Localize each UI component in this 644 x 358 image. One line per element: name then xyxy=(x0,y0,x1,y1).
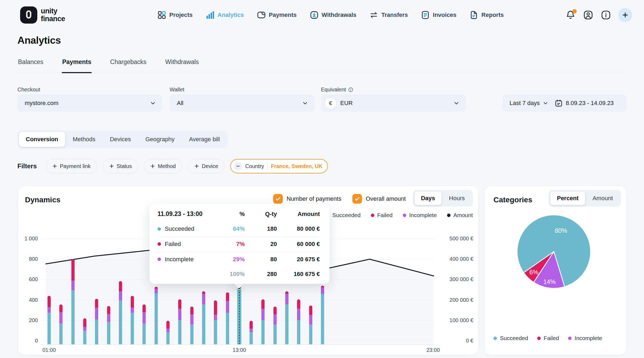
incomplete-segment xyxy=(71,281,75,290)
checkout-select[interactable]: mystore.com xyxy=(17,95,162,112)
bar[interactable] xyxy=(131,296,134,344)
incomplete-segment xyxy=(95,308,98,319)
unity-finance-logo[interactable] xyxy=(20,6,37,24)
bar[interactable] xyxy=(202,291,205,344)
bar[interactable] xyxy=(59,304,63,344)
incomplete-segment xyxy=(250,329,253,332)
tab-withdrawals[interactable]: Withdrawals xyxy=(165,57,199,73)
bar[interactable] xyxy=(261,299,265,344)
y-axis-right-tick: 0 € xyxy=(437,338,473,344)
bar[interactable] xyxy=(95,299,98,344)
bar[interactable] xyxy=(142,304,146,344)
help-button[interactable] xyxy=(601,10,611,20)
tooltip-row-failed: Failed7%2060 000 € xyxy=(158,236,320,252)
view-tab-average-bill[interactable]: Average bill xyxy=(182,132,227,147)
plus-icon xyxy=(621,11,629,19)
equivalent-select[interactable]: € EUR xyxy=(321,95,466,112)
notifications-button[interactable] xyxy=(565,10,576,20)
remove-filter-icon[interactable] xyxy=(234,162,242,170)
equivalent-value: EUR xyxy=(340,100,353,107)
account-button[interactable] xyxy=(583,10,594,20)
tab-payments[interactable]: Payments xyxy=(62,57,92,73)
bar[interactable] xyxy=(178,299,181,344)
date-range-value: 8.09.23 - 14.09.23 xyxy=(566,100,614,107)
nav-item-transfers[interactable]: Transfers xyxy=(369,10,408,20)
legend-item-failed: Failed xyxy=(537,335,559,341)
view-tab-devices[interactable]: Devices xyxy=(103,132,137,147)
nav-item-analytics[interactable]: Analytics xyxy=(206,10,244,20)
wallet-select[interactable]: All xyxy=(170,95,314,112)
view-tab-methods[interactable]: Methods xyxy=(66,132,102,147)
add-button[interactable] xyxy=(618,8,632,22)
incomplete-segment xyxy=(321,287,324,294)
bar[interactable] xyxy=(226,292,229,344)
categories-mode-percent[interactable]: Percent xyxy=(550,192,585,205)
bar[interactable] xyxy=(119,281,122,344)
categories-mode-amount[interactable]: Amount xyxy=(586,192,619,205)
succeeded-segment xyxy=(178,320,181,344)
nav-item-reports[interactable]: Reports xyxy=(469,10,504,20)
nav-item-label: Reports xyxy=(481,12,504,18)
view-tab-geography[interactable]: Geography xyxy=(139,132,181,147)
bar[interactable] xyxy=(107,306,110,344)
succeeded-segment xyxy=(47,313,51,344)
tooltip-amount: 60 000 € xyxy=(277,241,320,248)
categories-legend: SucceededFailedIncomplete xyxy=(493,335,602,341)
bar[interactable] xyxy=(250,321,253,344)
bar[interactable] xyxy=(83,318,86,344)
dynamics-card: Dynamics Number of payments Overall amou… xyxy=(18,186,478,355)
tooltip-series-label: Failed xyxy=(165,241,181,248)
tooltip-row-incomplete: Incomplete29%8020 675 € xyxy=(158,252,320,267)
bar[interactable] xyxy=(273,307,277,344)
filter-pill-label: Status xyxy=(117,163,132,169)
transfer-arrows-icon xyxy=(369,10,378,20)
succeeded-segment xyxy=(71,290,75,344)
bar[interactable] xyxy=(71,259,75,344)
date-range-picker[interactable]: Last 7 days 8.09.23 - 14.09.23 xyxy=(503,95,627,112)
incomplete-segment xyxy=(309,315,312,325)
succeeded-segment xyxy=(202,304,205,344)
nav-item-projects[interactable]: Projects xyxy=(157,10,193,20)
filter-pill-label: Payment link xyxy=(60,163,91,169)
add-filter-payment-link[interactable]: Payment link xyxy=(46,159,97,173)
incomplete-segment xyxy=(178,309,181,320)
legend-item-succeeded: Succeeded xyxy=(493,335,528,341)
bar[interactable] xyxy=(155,287,158,344)
view-tab-conversion[interactable]: Conversion xyxy=(19,132,65,147)
country-filter-pill[interactable]: Country France, Sweden, UK xyxy=(230,159,328,173)
incomplete-segment xyxy=(47,307,51,313)
info-circle-icon[interactable] xyxy=(348,87,353,92)
legend-dot xyxy=(158,242,161,246)
bar[interactable] xyxy=(214,300,217,344)
bar[interactable] xyxy=(321,286,324,344)
tab-chargebacks[interactable]: Chargebacks xyxy=(109,57,147,73)
succeeded-segment xyxy=(309,325,312,344)
bar[interactable] xyxy=(190,307,193,344)
incomplete-segment xyxy=(107,314,110,322)
bar[interactable] xyxy=(166,321,170,344)
add-filter-method[interactable]: Method xyxy=(144,159,182,173)
nav-item-invoices[interactable]: Invoices xyxy=(421,10,456,20)
notification-badge xyxy=(572,9,577,13)
incomplete-segment xyxy=(119,291,122,300)
legend-item-incomplete: Incomplete xyxy=(568,335,602,341)
filter-pills: Payment linkStatusMethodDevice xyxy=(46,159,224,173)
bar[interactable] xyxy=(309,305,312,344)
bar[interactable] xyxy=(297,299,300,344)
tooltip-title: 11.09.23 - 13:00 xyxy=(158,210,219,218)
tab-balances[interactable]: Balances xyxy=(17,57,44,73)
nav-item-label: Projects xyxy=(169,12,193,18)
bar[interactable] xyxy=(47,296,51,344)
plus-small-icon xyxy=(150,163,155,169)
add-filter-device[interactable]: Device xyxy=(188,159,224,173)
nav-item-payments[interactable]: Payments xyxy=(257,10,297,20)
nav-item-withdrawals[interactable]: Withdrawals xyxy=(310,10,356,20)
incomplete-segment xyxy=(226,301,229,313)
x-axis-tick: 13:00 xyxy=(233,347,246,353)
failed-segment xyxy=(95,299,98,307)
add-filter-status[interactable]: Status xyxy=(103,159,138,173)
bar[interactable] xyxy=(285,291,288,344)
failed-segment xyxy=(273,307,277,314)
x-axis-tick: 01:00 xyxy=(42,347,56,353)
succeeded-segment xyxy=(119,300,122,344)
